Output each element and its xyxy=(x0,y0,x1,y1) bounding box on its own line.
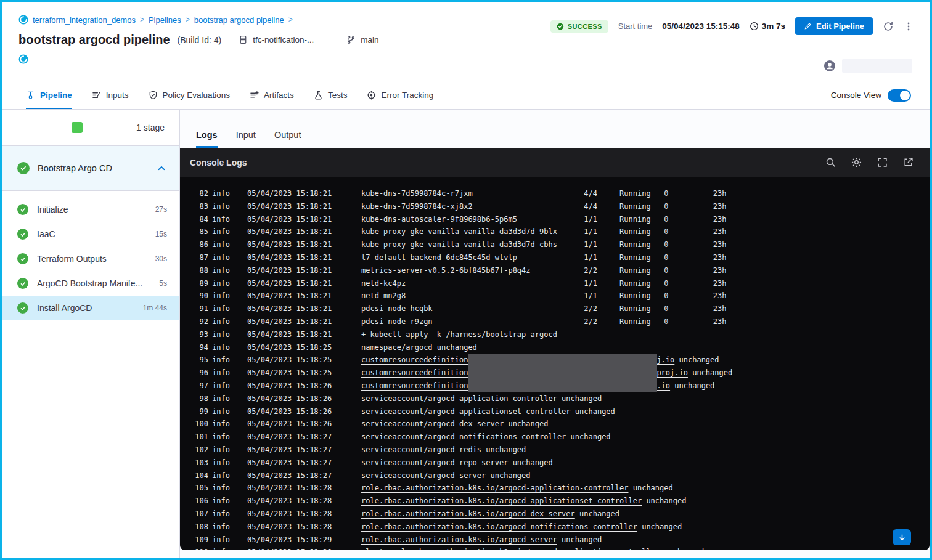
log-line-number: 96 xyxy=(190,367,208,379)
log-text: serviceaccount/argocd-repo-server unchan… xyxy=(361,458,553,467)
log-link[interactable]: role.rbac.authorization.k8s.io/argocd-de… xyxy=(361,509,575,518)
harness-execution-icon xyxy=(18,54,930,64)
scroll-to-bottom-button[interactable] xyxy=(893,529,911,545)
log-timestamp: 05/04/2023 15:18:28 xyxy=(247,521,338,534)
log-link[interactable]: customresourcedefinition xyxy=(361,368,468,377)
log-text: unchanged xyxy=(557,535,602,544)
log-level: info xyxy=(212,354,243,367)
search-icon[interactable] xyxy=(825,157,836,168)
log-line: 92info05/04/2023 15:18:21pdcsi-node-r9zg… xyxy=(190,315,930,328)
log-text: serviceaccount/argocd-server unchanged xyxy=(361,471,531,480)
log-timestamp: 05/04/2023 15:18:29 xyxy=(247,534,338,546)
breadcrumb-pipeline[interactable]: bootstrap argocd pipeline xyxy=(194,15,284,25)
console-view-toggle[interactable] xyxy=(888,89,911,102)
step-item[interactable]: Terraform Outputs30s xyxy=(2,246,179,271)
tab-tests[interactable]: Tests xyxy=(314,81,348,109)
step-item[interactable]: Initialize27s xyxy=(2,197,179,222)
redaction-overlay xyxy=(468,354,657,392)
refresh-icon[interactable] xyxy=(883,21,894,32)
tab-inputs[interactable]: Inputs xyxy=(92,81,129,109)
log-message: l7-default-backend-6dc845c45d-wtvlp 1/1 … xyxy=(361,251,726,264)
log-line-number: 92 xyxy=(190,315,208,328)
log-text: unchanged xyxy=(670,381,714,390)
log-timestamp: 05/04/2023 15:18:21 xyxy=(247,187,338,200)
log-line-number: 105 xyxy=(190,482,208,495)
log-level: info xyxy=(212,495,243,508)
log-tab-logs[interactable]: Logs xyxy=(196,130,218,148)
log-tab-output[interactable]: Output xyxy=(274,130,301,148)
step-item[interactable]: Install ArgoCD1m 44s xyxy=(2,296,179,320)
breadcrumb-pipelines[interactable]: Pipelines xyxy=(149,15,181,25)
log-link[interactable]: j.io xyxy=(656,355,674,364)
log-message: netd-mn2g8 1/1 Running 0 23h xyxy=(361,290,726,302)
log-level: info xyxy=(212,225,243,238)
more-options-kebab-icon[interactable] xyxy=(904,22,914,31)
log-message: role.rbac.authorization.k8s.io/argocd-se… xyxy=(361,534,602,546)
app-window: terraform_integration_demos > Pipelines … xyxy=(0,0,932,560)
log-line-number: 83 xyxy=(190,200,208,213)
log-link[interactable]: role.rbac.authorization.k8s.io/argocd-ap… xyxy=(361,484,628,492)
success-check-icon xyxy=(17,162,30,174)
log-text: serviceaccount/argocd-application-contro… xyxy=(361,394,602,403)
log-message: role.rbac.authorization.k8s.io/argocd-de… xyxy=(361,508,619,521)
log-link[interactable]: .io xyxy=(656,381,670,390)
breadcrumb-separator: > xyxy=(140,15,144,24)
success-check-icon xyxy=(17,204,28,215)
log-line-number: 89 xyxy=(190,277,208,290)
breadcrumb-project[interactable]: terraform_integration_demos xyxy=(33,15,136,25)
log-message: serviceaccount/argocd-repo-server unchan… xyxy=(361,457,553,469)
tab-policy[interactable]: Policy Evaluations xyxy=(149,81,231,109)
open-in-new-icon[interactable] xyxy=(903,157,914,168)
step-duration: 15s xyxy=(155,230,167,238)
log-line: 110info05/04/2023 15:18:29clusterrole.rb… xyxy=(190,546,930,550)
log-message: kube-dns-7d5998784c-xj8x2 4/4 Running 0 … xyxy=(361,200,726,213)
log-link[interactable]: customresourcedefinition xyxy=(361,355,468,364)
log-timestamp: 05/04/2023 15:18:26 xyxy=(247,405,338,418)
log-timestamp: 05/04/2023 15:18:21 xyxy=(247,277,338,290)
status-badge: SUCCESS xyxy=(550,20,608,33)
log-timestamp: 05/04/2023 15:18:28 xyxy=(247,482,338,495)
tab-pipeline[interactable]: Pipeline xyxy=(26,81,72,109)
log-link[interactable]: role.rbac.authorization.k8s.io/argocd-se… xyxy=(361,535,557,544)
tab-artifacts[interactable]: Artifacts xyxy=(250,81,294,109)
log-text: unchanged xyxy=(674,355,719,364)
log-level: info xyxy=(212,405,243,418)
log-level: info xyxy=(212,341,243,354)
log-link[interactable]: proj.io xyxy=(656,368,688,377)
log-tab-input[interactable]: Input xyxy=(236,130,256,148)
log-message: netd-kc4pz 1/1 Running 0 23h xyxy=(361,277,726,290)
log-line: 105info05/04/2023 15:18:28role.rbac.auth… xyxy=(190,482,930,495)
step-item[interactable]: ArgoCD Bootstrap Manife...5s xyxy=(2,271,179,296)
log-link[interactable]: role.rbac.authorization.k8s.io/argocd-ap… xyxy=(361,497,642,505)
fullscreen-icon[interactable] xyxy=(877,157,888,168)
user-avatar-icon[interactable] xyxy=(824,60,836,72)
log-text: pdcsi-node-r9zgn 2/2 Running 0 23h xyxy=(361,317,726,326)
log-line-number: 103 xyxy=(190,457,208,469)
log-text: kube-dns-autoscaler-9f89698b6-5p6m5 1/1 … xyxy=(361,215,726,224)
stage-row-bootstrap-argo-cd[interactable]: Bootstrap Argo CD xyxy=(2,146,179,191)
log-text: unchanged xyxy=(688,368,732,377)
artifacts-icon xyxy=(250,91,259,100)
log-level: info xyxy=(212,379,243,392)
error-tracking-icon xyxy=(367,91,376,100)
success-check-icon xyxy=(17,229,28,240)
log-message: kube-proxy-gke-vanilla-vanilla-da3d3d7d-… xyxy=(361,238,726,251)
tab-error[interactable]: Error Tracking xyxy=(367,81,433,109)
log-level: info xyxy=(212,367,243,379)
log-text: unchanged xyxy=(575,509,619,518)
log-text: netd-mn2g8 1/1 Running 0 23h xyxy=(361,291,726,300)
log-text: l7-default-backend-6dc845c45d-wtvlp 1/1 … xyxy=(361,253,726,262)
log-text: serviceaccount/argocd-applicationset-con… xyxy=(361,407,615,416)
edit-pipeline-button[interactable]: Edit Pipeline xyxy=(795,17,873,35)
log-text: serviceaccount/argocd-redis unchanged xyxy=(361,445,526,454)
log-text: + kubectl apply -k /harness/bootstrap-ar… xyxy=(361,330,557,339)
gear-icon[interactable] xyxy=(851,157,862,168)
step-item[interactable]: IaaC15s xyxy=(2,222,179,246)
log-text: unchanged xyxy=(642,497,686,505)
chevron-up-icon[interactable] xyxy=(157,164,166,172)
log-text: serviceaccount/argocd-dex-server unchang… xyxy=(361,420,548,428)
log-link[interactable]: customresourcedefinition xyxy=(361,381,468,390)
log-link[interactable]: role.rbac.authorization.k8s.io/argocd-no… xyxy=(361,522,637,531)
log-line-number: 90 xyxy=(190,290,208,302)
log-level: info xyxy=(212,457,243,469)
